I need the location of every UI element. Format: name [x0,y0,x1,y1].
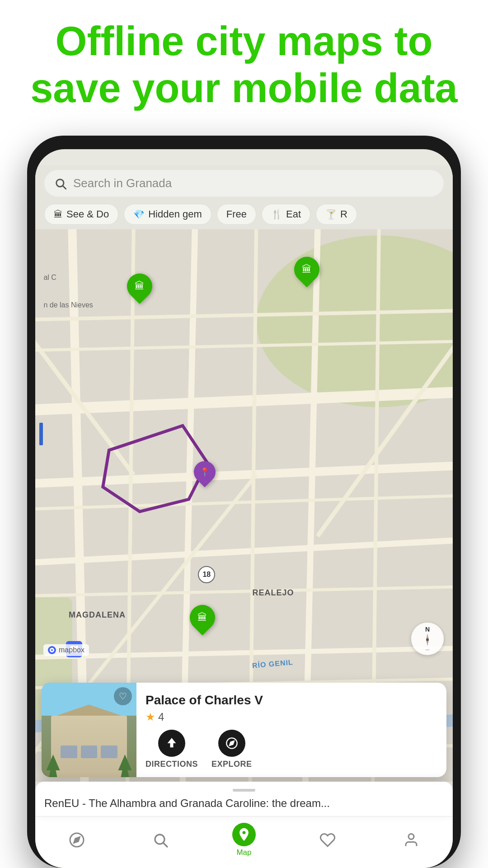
rating-number: 4 [158,711,164,723]
search-bar[interactable]: Search in Granada [44,170,444,197]
map-area[interactable]: 🏛 🏛 📍 🏛 18 [35,229,453,782]
search-placeholder-text: Search in Granada [73,176,434,190]
chip-eat-icon: 🍴 [271,209,282,220]
search-icon [54,177,67,190]
person-nav-icon [403,832,419,848]
chip-drink-icon: 🍸 [325,209,337,220]
chip-hidden-gem[interactable]: 💎 Hidden gem [124,204,211,225]
phone-frame: Search in Granada 🏛 See & Do 💎 Hidden ge… [27,136,461,868]
place-card-rating: ★ 4 [145,711,437,723]
directions-label: DIRECTIONS [145,760,198,769]
nav-explore-icon [65,828,89,852]
chip-eat-label: Eat [286,208,301,220]
explore-icon-circle [218,730,245,757]
map-label-magdalena: MAGDALENA [69,610,126,620]
svg-line-1 [63,186,66,189]
pin-icon-2: 🏛 [302,264,312,275]
chip-hidden-gem-label: Hidden gem [148,208,202,220]
header-line2: save your mobile data [30,66,457,111]
search-nav-icon [152,832,169,848]
compass-minus: — [421,647,434,652]
nav-item-explore[interactable] [35,828,119,852]
map-pin-3[interactable]: 📍 [194,461,216,483]
mapbox-text: mapbox [59,646,84,654]
map-pin-2[interactable]: 🏛 [294,257,319,282]
compass-needle-svg [421,633,434,646]
svg-point-34 [51,649,53,651]
map-nav-icon [236,827,252,842]
heart-nav-icon [319,832,336,848]
place-card[interactable]: ♡ Palace of Charles V ★ 4 [42,683,446,777]
map-pin-4[interactable]: 🏛 [190,605,215,630]
chip-free-label: Free [226,208,247,220]
star-icon: ★ [145,711,155,723]
svg-marker-36 [74,837,80,843]
chip-free[interactable]: Free [217,204,256,225]
explore-button[interactable]: EXPLORE [211,730,252,769]
directions-icon [165,737,178,750]
directions-button[interactable]: DIRECTIONS [145,730,198,769]
compass: N — [411,623,444,655]
svg-point-39 [408,834,414,840]
pin-icon-1: 🏛 [135,280,145,292]
search-bar-container: Search in Granada [35,165,453,200]
nav-item-map[interactable]: Map [202,823,286,857]
chip-see-do[interactable]: 🏛 See & Do [44,204,118,225]
place-card-image: ♡ [42,683,136,777]
street-name-al: al C [43,274,56,282]
building-windows [61,745,117,758]
chip-see-do-icon: 🏛 [54,209,63,220]
blue-marker [39,423,43,445]
map-pin-1[interactable]: 🏛 [127,274,152,299]
header-line1: Offline city maps to [55,19,432,64]
nav-search-icon [149,828,172,852]
chip-hidden-gem-icon: 💎 [133,209,145,220]
status-bar [35,149,453,165]
chip-see-do-label: See & Do [66,208,109,220]
compass-inner: N — [421,626,434,652]
mapbox-logo: mapbox [43,644,89,656]
bottom-nav: Map [35,816,453,868]
chip-eat[interactable]: 🍴 Eat [262,204,310,225]
nav-map-label: Map [236,848,251,857]
mapbox-icon [48,646,56,654]
header-section: Offline city maps to save your mobile da… [0,18,488,112]
place-card-info: Palace of Charles V ★ 4 [136,683,446,777]
bottom-sheet-handle [233,789,255,792]
nav-map-icon-bg [232,823,256,846]
bottom-sheet[interactable]: RenEU - The Alhambra and Granada Carolin… [35,782,453,816]
chip-drink-label: R [340,208,347,220]
header-title: Offline city maps to save your mobile da… [27,18,461,112]
pin-icon-4: 🏛 [197,612,207,623]
place-card-title: Palace of Charles V [145,693,437,708]
nav-item-favorites[interactable] [286,828,369,852]
svg-line-38 [164,843,167,847]
nav-profile-icon [399,828,423,852]
pin-icon-3: 📍 [200,467,210,477]
svg-point-31 [426,638,429,641]
place-card-actions: DIRECTIONS EXPLORE [145,730,437,769]
directions-icon-circle [158,730,185,757]
compass-north: N [421,626,434,633]
explore-icon [225,737,238,750]
nav-item-search[interactable] [119,828,202,852]
nav-favorites-icon [316,828,339,852]
map-label-realejo: REALEJO [252,588,294,598]
bottom-sheet-text: RenEU - The Alhambra and Granada Carolin… [44,797,444,810]
chip-drink[interactable]: 🍸 R [316,204,357,225]
compass-nav-icon [69,832,85,848]
phone-screen: Search in Granada 🏛 See & Do 💎 Hidden ge… [35,149,453,868]
explore-label: EXPLORE [211,760,252,769]
nav-item-profile[interactable] [369,828,453,852]
street-name-nieves: n de las Nieves [43,301,93,309]
filter-chips-row: 🏛 See & Do 💎 Hidden gem Free 🍴 Eat 🍸 R [35,200,453,229]
svg-marker-28 [230,741,234,745]
